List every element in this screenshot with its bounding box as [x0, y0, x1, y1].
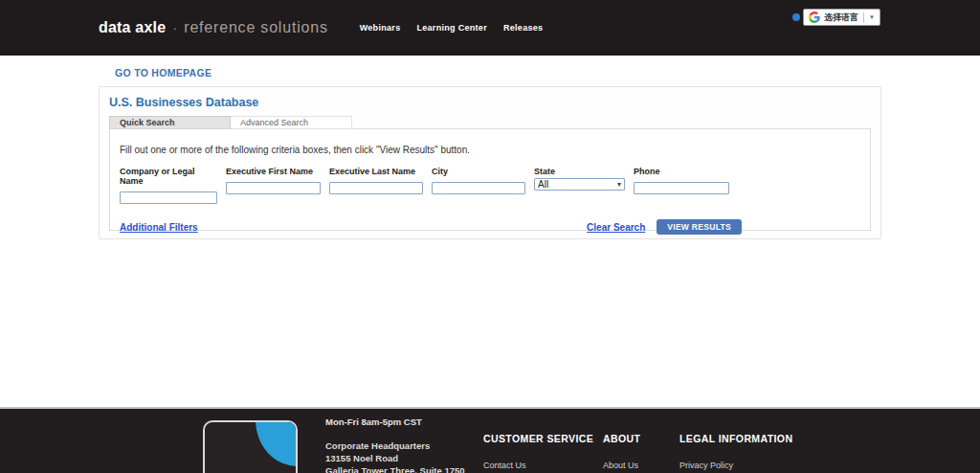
company-name-input[interactable] [120, 191, 217, 204]
google-translate-widget: 选择语言 ▼ [792, 9, 880, 26]
view-results-button[interactable]: VIEW RESULTS [657, 219, 742, 235]
field-state: State All ▾ [534, 167, 625, 205]
state-select-value: All [538, 179, 548, 190]
address-line: Galleria Tower Three, Suite 1750 [325, 464, 465, 473]
us-businesses-database-panel: U.S. Businesses Database Quick Search Ad… [99, 86, 881, 239]
go-to-homepage-link[interactable]: GO TO HOMEPAGE [115, 67, 212, 79]
phone-input[interactable] [634, 182, 729, 194]
form-actions-row: Additional Filters Clear Search VIEW RES… [120, 219, 860, 235]
field-city: City [432, 167, 525, 205]
field-label: Executive First Name [226, 167, 321, 176]
language-select-label: 选择语言 [824, 11, 858, 24]
address-line: Corporate Headquarters [325, 439, 465, 452]
data-axle-logo[interactable]: data axle · reference solutions [99, 19, 328, 36]
nav-item-learning-center[interactable]: Learning Center [416, 23, 487, 33]
header-nav: Webinars Learning Center Releases [344, 23, 544, 33]
nav-item-webinars[interactable]: Webinars [360, 23, 401, 33]
logo-quarter-circle [256, 420, 298, 466]
field-executive-first-name: Executive First Name [226, 167, 321, 205]
additional-filters-link[interactable]: Additional Filters [120, 222, 198, 233]
footer-contact-block: Mon-Fri 8am-5pm CST Corporate Headquarte… [325, 417, 465, 473]
field-label: State [534, 167, 625, 176]
footer-data-axle-logo: data axle [203, 420, 298, 473]
footer-column-heading: CUSTOMER SERVICE [483, 433, 593, 444]
privacy-policy-link[interactable]: Privacy Policy [679, 461, 792, 470]
tab-advanced-search[interactable]: Advanced Search [231, 116, 352, 129]
chevron-down-icon: ▼ [869, 14, 875, 20]
field-label: Executive Last Name [329, 167, 423, 176]
executive-last-name-input[interactable] [329, 182, 423, 194]
business-hours: Mon-Fri 8am-5pm CST [325, 417, 465, 427]
field-label: Phone [634, 167, 729, 176]
info-icon [792, 13, 800, 21]
footer-column-heading: ABOUT [603, 433, 640, 444]
state-select[interactable]: All ▾ [534, 178, 625, 191]
logo-primary-text: data axle [99, 19, 166, 36]
criteria-row: Company or Legal Name Executive First Na… [120, 167, 860, 205]
divider [863, 12, 864, 23]
footer-column-about: ABOUT About Us [603, 433, 640, 470]
field-company-name: Company or Legal Name [120, 167, 217, 205]
address-line: 13155 Noel Road [325, 452, 465, 464]
google-logo-icon [809, 11, 820, 23]
logo-separator: · [172, 19, 177, 35]
nav-item-releases[interactable]: Releases [503, 23, 543, 33]
form-instruction: Fill out one or more of the following cr… [120, 145, 860, 155]
search-tabs: Quick Search Advanced Search [109, 116, 871, 129]
city-input[interactable] [432, 182, 525, 194]
search-actions: Clear Search VIEW RESULTS [587, 219, 742, 235]
field-label: City [432, 167, 525, 176]
footer-column-legal: LEGAL INFORMATION Privacy Policy [679, 433, 792, 470]
executive-first-name-input[interactable] [226, 182, 321, 194]
contact-us-link[interactable]: Contact Us [483, 461, 593, 470]
logo-secondary-text: reference solutions [184, 19, 327, 36]
footer-column-heading: LEGAL INFORMATION [679, 433, 792, 444]
field-executive-last-name: Executive Last Name [329, 167, 423, 205]
footer-column-customer-service: CUSTOMER SERVICE Contact Us [483, 433, 593, 470]
page-footer: data axle Mon-Fri 8am-5pm CST Corporate … [0, 407, 980, 473]
language-select[interactable]: 选择语言 ▼ [803, 9, 880, 26]
clear-search-link[interactable]: Clear Search [587, 222, 645, 233]
panel-title: U.S. Businesses Database [109, 96, 871, 109]
tab-quick-search[interactable]: Quick Search [109, 116, 231, 129]
chevron-down-icon: ▾ [617, 181, 621, 189]
quick-search-form: Fill out one or more of the following cr… [109, 128, 871, 231]
about-us-link[interactable]: About Us [603, 461, 640, 470]
field-phone: Phone [634, 167, 729, 205]
top-header: data axle · reference solutions Webinars… [0, 0, 980, 56]
field-label: Company or Legal Name [120, 167, 217, 186]
main-content: GO TO HOMEPAGE U.S. Businesses Database … [0, 56, 980, 407]
